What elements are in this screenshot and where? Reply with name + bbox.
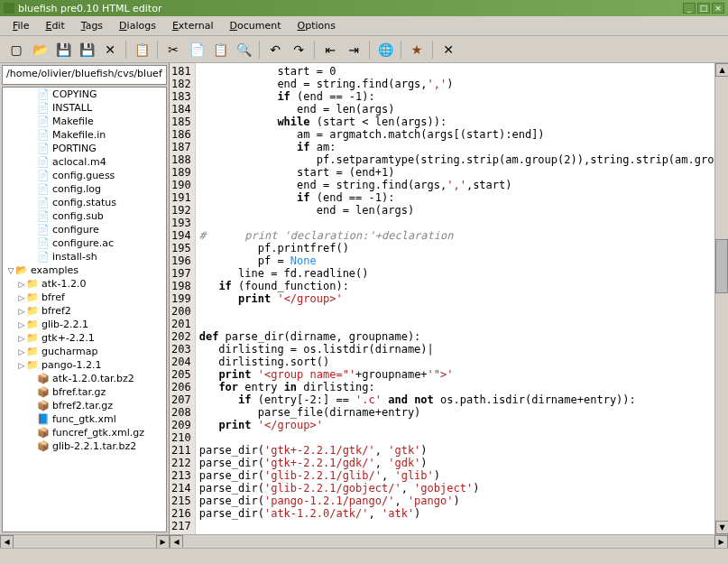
titlebar[interactable]: bluefish pre0.10 HTML editor _ □ × — [0, 0, 728, 16]
code-line[interactable]: parse_dir('pango-1.2.1/pango/', 'pango') — [199, 495, 711, 507]
expander-icon[interactable]: ▷ — [17, 307, 26, 316]
tree-item[interactable]: 📄install-sh — [3, 250, 166, 264]
copy2-icon[interactable]: 📄 — [186, 39, 207, 60]
tree-item[interactable]: 📦bfref2.tar.gz — [3, 399, 166, 412]
tree-item[interactable]: 📄config.status — [3, 196, 166, 209]
tree-item[interactable]: ▷📁glib-2.2.1 — [3, 318, 166, 331]
code-line[interactable]: end = len(args) — [199, 103, 711, 116]
browser-icon[interactable]: 🌐 — [374, 39, 396, 60]
tree-item[interactable]: ▽📂examples — [3, 264, 166, 277]
code-line[interactable] — [199, 520, 711, 532]
expander-icon[interactable]: ▷ — [17, 334, 26, 343]
open-file-icon[interactable]: 📂 — [29, 39, 51, 60]
tree-item[interactable]: ▷📁pango-1.2.1 — [3, 358, 166, 372]
tree-item[interactable]: 📄INSTALL — [3, 101, 166, 115]
indent-icon[interactable]: ⇥ — [343, 39, 364, 60]
expander-icon[interactable]: ▷ — [17, 293, 26, 302]
code-line[interactable]: if (end == -1): — [199, 90, 711, 103]
scroll-left-icon[interactable]: ◀ — [170, 535, 183, 549]
code-line[interactable] — [199, 318, 711, 330]
file-tree[interactable]: 📄COPYING📄INSTALL📄Makefile📄Makefile.in📄PO… — [2, 87, 167, 532]
tree-scroll-left-icon[interactable]: ◀ — [0, 535, 14, 549]
tree-item[interactable]: 📄configure.ac — [3, 236, 166, 250]
code-line[interactable]: pf.printfref() — [199, 242, 711, 254]
menu-options[interactable]: Options — [290, 18, 343, 33]
tree-scroll-right-icon[interactable]: ▶ — [156, 535, 170, 549]
code-line[interactable]: start = 0 — [199, 65, 711, 78]
scroll-thumb[interactable] — [715, 239, 728, 293]
expander-icon[interactable]: ▷ — [17, 347, 26, 356]
code-line[interactable]: parse_file(dirname+entry) — [199, 406, 711, 419]
close-button[interactable]: × — [712, 3, 724, 14]
tree-item[interactable]: 📄config.log — [3, 182, 166, 196]
code-line[interactable]: pf = None — [199, 254, 711, 267]
code-line[interactable]: end = string.find(args,',',start) — [199, 179, 711, 191]
save-icon[interactable]: 💾 — [52, 39, 74, 60]
code-line[interactable]: end = string.find(args,',') — [199, 78, 711, 90]
code-line[interactable]: # print 'declaration:'+declaration — [199, 229, 711, 242]
copy-icon[interactable]: 📋 — [131, 39, 152, 60]
menu-file[interactable]: File — [5, 18, 36, 33]
cut-icon[interactable]: ✂ — [162, 39, 184, 60]
code-line[interactable]: if (found_function): — [199, 280, 711, 292]
undo-icon[interactable]: ↶ — [264, 39, 286, 60]
code-editor[interactable]: 1811821831841851861871881891901911921931… — [170, 63, 728, 534]
code-line[interactable]: parse_dir('gtk+-2.2.1/gdk/', 'gdk') — [199, 457, 711, 469]
code-line[interactable] — [199, 431, 711, 444]
paste-icon[interactable]: 📋 — [209, 39, 231, 60]
tree-item[interactable]: 📦funcref_gtk.xml.gz — [3, 426, 166, 439]
tree-item[interactable]: 📘func_gtk.xml — [3, 412, 166, 426]
expander-icon[interactable]: ▷ — [17, 280, 26, 289]
code-line[interactable]: dirlisting.sort() — [199, 356, 711, 368]
code-line[interactable]: while (start < len(args)): — [199, 116, 711, 128]
tree-item[interactable]: 📄Makefile — [3, 115, 166, 128]
scroll-down-icon[interactable]: ▼ — [715, 521, 728, 534]
code-line[interactable]: parse_dir('gtk+-2.2.1/gtk/', 'gtk') — [199, 444, 711, 457]
menu-edit[interactable]: Edit — [38, 18, 71, 33]
scroll-right-icon[interactable]: ▶ — [714, 535, 728, 549]
code-line[interactable]: if (end == -1): — [199, 191, 711, 204]
code-line[interactable]: end = len(args) — [199, 204, 711, 217]
tree-item[interactable]: ▷📁gucharmap — [3, 345, 166, 358]
code-line[interactable]: dirlisting = os.listdir(dirname)| — [199, 343, 711, 356]
code-line[interactable] — [199, 217, 711, 229]
tree-item[interactable]: 📦atk-1.2.0.tar.bz2 — [3, 372, 166, 385]
code-line[interactable]: pf.setparamtype(string.strip(am.group(2)… — [199, 153, 711, 166]
expander-icon[interactable]: ▽ — [6, 266, 15, 275]
vertical-scrollbar[interactable]: ▲ ▼ — [714, 63, 728, 534]
unindent-icon[interactable]: ⇤ — [319, 39, 341, 60]
code-line[interactable]: line = fd.readline() — [199, 267, 711, 280]
tree-item[interactable]: 📦glib-2.2.1.tar.bz2 — [3, 439, 166, 453]
path-field[interactable]: /home/olivier/bluefish/cvs/bluef — [2, 65, 167, 85]
tree-item[interactable]: ▷📁gtk+-2.2.1 — [3, 331, 166, 345]
save-as-icon[interactable]: 💾 — [76, 39, 97, 60]
tree-item[interactable]: 📄configure — [3, 223, 166, 236]
find-icon[interactable]: 🔍 — [233, 39, 254, 60]
new-file-icon[interactable]: ▢ — [5, 39, 27, 60]
menu-tags[interactable]: Tags — [74, 18, 110, 33]
close-icon[interactable]: ✕ — [99, 39, 121, 60]
prefs-icon[interactable]: ✕ — [438, 39, 459, 60]
menu-document[interactable]: Document — [223, 18, 289, 33]
minimize-button[interactable]: _ — [683, 3, 696, 14]
expander-icon[interactable]: ▷ — [17, 361, 26, 370]
expander-icon[interactable]: ▷ — [17, 320, 26, 329]
bookmark-icon[interactable]: ★ — [406, 39, 428, 60]
scroll-up-icon[interactable]: ▲ — [715, 63, 728, 77]
tree-item[interactable]: 📄PORTING — [3, 142, 166, 155]
horizontal-scrollbar[interactable]: ◀ ▶ — [170, 534, 728, 548]
code-line[interactable]: start = (end+1) — [199, 166, 711, 179]
tree-item[interactable]: ▷📁atk-1.2.0 — [3, 277, 166, 291]
code-line[interactable]: if am: — [199, 141, 711, 153]
tree-item[interactable]: 📄config.guess — [3, 169, 166, 182]
tree-item[interactable]: 📄Makefile.in — [3, 128, 166, 142]
code-line[interactable]: for entry in dirlisting: — [199, 381, 711, 393]
code-line[interactable]: print '</group>' — [199, 292, 711, 305]
code-line[interactable]: parse_dir('atk-1.2.0/atk/', 'atk') — [199, 507, 711, 520]
code-line[interactable] — [199, 305, 711, 318]
maximize-button[interactable]: □ — [697, 3, 710, 14]
tree-item[interactable]: 📄COPYING — [3, 88, 166, 101]
code-line[interactable]: am = argmatch.match(args[(start):end]) — [199, 128, 711, 141]
code-line[interactable]: print '<group name="'+groupname+'">' — [199, 368, 711, 381]
tree-item[interactable]: ▷📁bfref2 — [3, 304, 166, 318]
